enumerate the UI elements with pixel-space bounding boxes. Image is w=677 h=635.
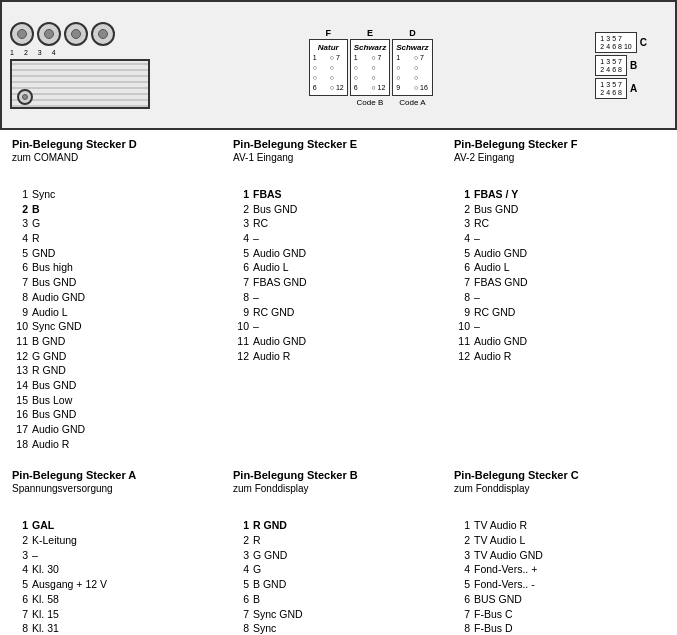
b-pin-8: 8Sync [233, 621, 444, 635]
stecker-f-title: Pin-Belegung Stecker F [454, 138, 665, 150]
e-pin-5: 5Audio GND [233, 246, 444, 261]
connector-f-block: F Natur 1○ 7 ○○ ○○ 6○ 12 [309, 28, 348, 97]
d-pin-16: 16Bus GND [12, 407, 223, 422]
d-pin-4: 4R [12, 231, 223, 246]
d-pin-3: 3G [12, 216, 223, 231]
connector-e-code: Code B [357, 98, 384, 107]
stecker-c-title: Pin-Belegung Stecker C [454, 469, 665, 481]
connector-e-label: E [367, 28, 373, 38]
c-pin-6: 6BUS GND [454, 592, 665, 607]
f-pin-10: 10– [454, 319, 665, 334]
a-pin-1: 1GAL [12, 518, 223, 533]
stecker-d-title: Pin-Belegung Stecker D [12, 138, 223, 150]
f-pin-6: 6Audio L [454, 260, 665, 275]
a-pin-5: 5Ausgang + 12 V [12, 577, 223, 592]
connector-e-block: E Schwarz 1○ 7 ○○ ○○ 6○ 12 Code B [350, 28, 390, 108]
e-pin-7: 7FBAS GND [233, 275, 444, 290]
f-pin-4: 4– [454, 231, 665, 246]
circuit-board [10, 59, 150, 109]
stecker-b-pins: 1R GND 2R 3G GND 4G 5B GND 6B 7Sync GND … [233, 518, 444, 635]
a-pin-7: 7Kl. 15 [12, 607, 223, 622]
a-pin-6: 6Kl. 58 [12, 592, 223, 607]
connector-d-grid: Schwarz 1○ 7 ○○ ○○ 9○ 16 [392, 39, 432, 97]
e-pin-3: 3RC [233, 216, 444, 231]
c-pin-4: 4Fond-Vers.. + [454, 562, 665, 577]
pin-data-top: 1Sync 2B 3G 4R 5GND 6Bus high 7Bus GND 8… [0, 187, 677, 451]
stecker-e-pins: 1FBAS 2Bus GND 3RC 4– 5Audio GND 6Audio … [233, 187, 444, 451]
e-pin-1: 1FBAS [233, 187, 444, 202]
circle-connector-3 [64, 22, 88, 46]
spacer [0, 451, 677, 469]
e-pin-8: 8– [233, 290, 444, 305]
c-pin-1: 1TV Audio R [454, 518, 665, 533]
stecker-e-section: Pin-Belegung Stecker E AV-1 Eingang [233, 138, 444, 167]
f-pin-11: 11Audio GND [454, 334, 665, 349]
stecker-d-pins: 1Sync 2B 3G 4R 5GND 6Bus high 7Bus GND 8… [12, 187, 223, 451]
connector-c-row: 1357 246810 C [595, 32, 647, 53]
connector-num-3: 3 [38, 49, 42, 56]
stecker-e-title: Pin-Belegung Stecker E [233, 138, 444, 150]
b-pin-3: 3G GND [233, 548, 444, 563]
a-pin-3: 3– [12, 548, 223, 563]
connector-f-grid: Natur 1○ 7 ○○ ○○ 6○ 12 [309, 39, 348, 97]
stecker-e-subtitle: AV-1 Eingang [233, 152, 444, 163]
e-pin-12: 12Audio R [233, 349, 444, 364]
stecker-f-section: Pin-Belegung Stecker F AV-2 Eingang [454, 138, 665, 167]
stecker-c-pins: 1TV Audio R 2TV Audio L 3TV Audio GND 4F… [454, 518, 665, 635]
label-c: C [640, 37, 647, 48]
d-pin-8: 8Audio GND [12, 290, 223, 305]
f-pin-5: 5Audio GND [454, 246, 665, 261]
c-pin-3: 3TV Audio GND [454, 548, 665, 563]
connector-num-1: 1 [10, 49, 14, 56]
f-pin-3: 3RC [454, 216, 665, 231]
circle-connector-2 [37, 22, 61, 46]
stecker-f-pins: 1FBAS / Y 2Bus GND 3RC 4– 5Audio GND 6Au… [454, 187, 665, 451]
d-pin-1: 1Sync [12, 187, 223, 202]
stecker-b-subtitle: zum Fonddisplay [233, 483, 444, 494]
b-pin-6: 6B [233, 592, 444, 607]
connector-num-2: 2 [24, 49, 28, 56]
d-pin-2: 2B [12, 202, 223, 217]
circle-connector-1 [10, 22, 34, 46]
d-pin-17: 17Audio GND [12, 422, 223, 437]
d-pin-5: 5GND [12, 246, 223, 261]
f-pin-2: 2Bus GND [454, 202, 665, 217]
b-pin-2: 2R [233, 533, 444, 548]
stecker-d-subtitle: zum COMAND [12, 152, 223, 163]
label-b: B [630, 60, 637, 71]
d-pin-9: 9Audio L [12, 305, 223, 320]
c-pin-5: 5Fond-Vers.. - [454, 577, 665, 592]
a-pin-2: 2K-Leitung [12, 533, 223, 548]
b-pin-1: 1R GND [233, 518, 444, 533]
d-pin-15: 15Bus Low [12, 393, 223, 408]
pin-tables-bottom: Pin-Belegung Stecker A Spannungsversorgu… [0, 469, 677, 518]
b-pin-4: 4G [233, 562, 444, 577]
wiring-diagram: 1 2 3 4 F Natur 1○ 7 ○○ ○○ 6○ 12 [0, 0, 677, 130]
d-pin-14: 14Bus GND [12, 378, 223, 393]
connector-d-code: Code A [399, 98, 425, 107]
stecker-b-section: Pin-Belegung Stecker B zum Fonddisplay [233, 469, 444, 498]
connector-e-grid: Schwarz 1○ 7 ○○ ○○ 6○ 12 [350, 39, 390, 97]
stecker-a-title: Pin-Belegung Stecker A [12, 469, 223, 481]
f-pin-7: 7FBAS GND [454, 275, 665, 290]
connector-num-4: 4 [52, 49, 56, 56]
a-pin-8: 8Kl. 31 [12, 621, 223, 635]
stecker-a-subtitle: Spannungsversorgung [12, 483, 223, 494]
f-pin-9: 9RC GND [454, 305, 665, 320]
circle-connector-4 [91, 22, 115, 46]
b-pin-7: 7Sync GND [233, 607, 444, 622]
diagram-left-side: 1 2 3 4 [10, 22, 150, 109]
stecker-d-section: Pin-Belegung Stecker D zum COMAND [12, 138, 223, 167]
d-pin-10: 10Sync GND [12, 319, 223, 334]
c-pin-2: 2TV Audio L [454, 533, 665, 548]
d-pin-7: 7Bus GND [12, 275, 223, 290]
connector-d-block: D Schwarz 1○ 7 ○○ ○○ 9○ 16 Code A [392, 28, 432, 108]
label-a: A [630, 83, 637, 94]
stecker-c-section: Pin-Belegung Stecker C zum Fonddisplay [454, 469, 665, 498]
d-pin-13: 13R GND [12, 363, 223, 378]
d-pin-11: 11B GND [12, 334, 223, 349]
stecker-a-section: Pin-Belegung Stecker A Spannungsversorgu… [12, 469, 223, 498]
stecker-f-subtitle: AV-2 Eingang [454, 152, 665, 163]
stecker-c-subtitle: zum Fonddisplay [454, 483, 665, 494]
c-pin-7: 7F-Bus C [454, 607, 665, 622]
